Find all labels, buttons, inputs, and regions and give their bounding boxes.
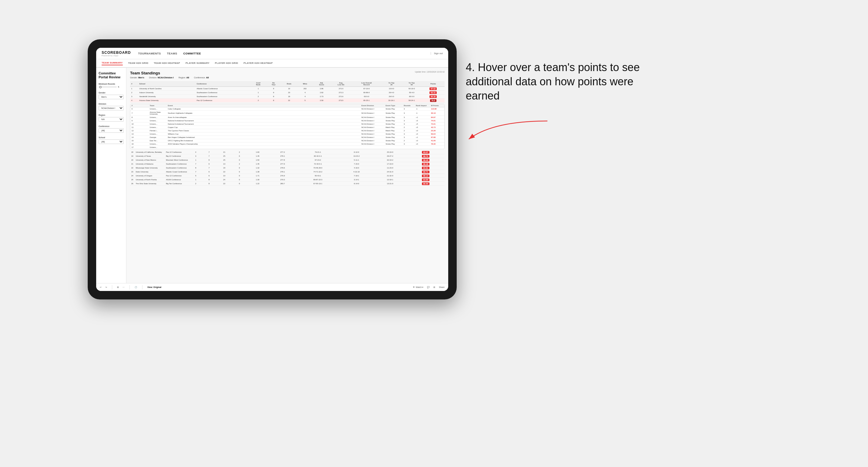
min-rounds-label: Minimum Rounds (99, 83, 124, 85)
annotation-arrow (463, 97, 554, 157)
tooltip-row: 13 Univers... Williams Cup NCAA Division… (130, 132, 444, 136)
tooltip-row: 17 Univers... (130, 146, 444, 149)
top-nav: SCOREBOARD Powered by clippi TOURNAMENTS… (96, 48, 448, 59)
subnav-player-summary[interactable]: PLAYER SUMMARY (185, 62, 209, 65)
col-rnds: Rnds (281, 81, 297, 87)
standings-table: # School Conference ConfRank NoTour Rnds… (130, 81, 444, 102)
col-adj-score: Adj.Score (313, 81, 331, 87)
table-row: 3 Vanderbilt University Southeastern Con… (130, 95, 444, 99)
bottom-toolbar: ↩ ↪ ⊞ ⋯ 🕐 View: Original 👁 Watch ▾ 💬 ⊞ S… (96, 283, 448, 291)
tooltip-row: 10 Univers... National Invitational Tour… (130, 123, 444, 126)
region-select[interactable]: N/A All (99, 117, 124, 122)
col-conference: Conference (195, 81, 250, 87)
sidebar-portal-section: CommitteePortal Review (99, 71, 124, 79)
sub-nav: TEAM SUMMARY TEAM H2H GRID TEAM H2H HEAT… (96, 59, 448, 68)
adj-score-cell: 2.86 (313, 87, 331, 91)
sidebar-region: Region N/A All (99, 114, 124, 122)
grid-button[interactable]: ⊞ (433, 286, 435, 288)
update-time: Update time: 13/03/2024 10:03:42 (415, 71, 444, 73)
toolbar-divider-3 (142, 285, 143, 289)
min-rounds-slider[interactable] (99, 87, 117, 87)
rank-cell: 1 (130, 87, 138, 91)
lower-standings-table: 18 University of California, Berkeley Pa… (130, 150, 444, 186)
table-row: 26 The Ohio State University Big Ten Con… (130, 182, 444, 186)
tooltip-row: 9 Univers... National Invitational Tourn… (130, 119, 444, 123)
standings-header-left: Team Standings Gender: Men's Division: N… (130, 71, 209, 79)
col-conf-rank: ConfRank (250, 81, 266, 87)
subnav-team-h2h-heatmap[interactable]: TEAM H2H HEATMAP (154, 62, 180, 65)
comment-button[interactable]: 💬 (427, 286, 430, 288)
tooltip-row: 16 Univers... 2023 Sahalee Players Champ… (130, 143, 444, 146)
col-vs-top50: Vs Top50 (402, 81, 422, 87)
nav-links: TOURNAMENTS TEAMS COMMITTEE (138, 52, 431, 55)
copy-button[interactable]: ⊞ (117, 286, 119, 288)
logo-title: SCOREBOARD (102, 51, 131, 55)
col-avg-low-sg: Avg.Low SG (330, 81, 352, 87)
share-button[interactable]: Share (439, 286, 444, 288)
conf-cell: Atlantic Coast Conference (195, 87, 250, 91)
nav-tournaments[interactable]: TOURNAMENTS (138, 52, 161, 55)
sidebar-conference: Conference (All) ACC (99, 125, 124, 133)
clock-icon: 🕐 (134, 286, 137, 288)
wins-cell: 262 (297, 87, 313, 91)
no-tour-cell: 9 (266, 87, 281, 91)
tablet-frame: SCOREBOARD Powered by clippi TOURNAMENTS… (88, 39, 457, 300)
tooltip-section: # Team Event Event Division Event Type R… (130, 104, 444, 149)
toolbar-divider-2 (129, 285, 130, 289)
conf-rank-cell: 1 (250, 87, 266, 91)
col-vs-top25: Vs Top25 (381, 81, 402, 87)
sidebar-gender: Gender Men's Women's (99, 92, 124, 99)
redo-button[interactable]: ↪ (105, 286, 107, 288)
subnav-player-h2h-grid[interactable]: PLAYER H2H GRID (215, 62, 238, 65)
nav-committee[interactable]: COMMITTEE (183, 52, 201, 55)
main-content: CommitteePortal Review Minimum Rounds 5 … (96, 68, 448, 283)
watch-button[interactable]: 👁 Watch ▾ (413, 286, 424, 288)
tooltip-header: # Team Event Event Division Event Type R… (130, 104, 444, 107)
rnds-cell: 10 (281, 87, 297, 91)
subnav-team-summary[interactable]: TEAM SUMMARY (102, 61, 123, 65)
sidebar-portal-title: CommitteePortal Review (99, 71, 124, 79)
tooltip-row: 12 Florida I... The Cypress Point Classi… (130, 129, 444, 132)
tooltip-row: 15 East Ter... OFCC Fighting Illini Invi… (130, 139, 444, 143)
slider-row: 5 (99, 86, 124, 88)
vs25-cell: 13-9-0 (381, 87, 402, 91)
tooltip-row: 14 Georgia Ben Hogan Collegiate Invitati… (130, 136, 444, 139)
col-points: Points (422, 81, 444, 87)
points-cell[interactable]: 97.02 (422, 87, 444, 91)
col-wins: Wins (297, 81, 313, 87)
table-row: 1 University of North Carolina Atlantic … (130, 87, 444, 91)
subnav-team-h2h-grid[interactable]: TEAM H2H GRID (128, 62, 149, 65)
view-original-button[interactable]: View: Original (147, 286, 161, 288)
annotation-area: 4. Hover over a team's points to see add… (466, 61, 647, 103)
conference-filter: Conference: All (194, 76, 209, 79)
slider-value: 5 (118, 86, 119, 88)
content-header: Team Standings Gender: Men's Division: N… (130, 71, 444, 79)
tooltip-row: 11 Univers... Copper Cup NCAA Division I… (130, 126, 444, 129)
table-row: 25 University of North Florida ASUN Conf… (130, 178, 444, 182)
division-filter: Division: NCAA Division I (149, 76, 174, 79)
undo-button[interactable]: ↩ (100, 286, 102, 288)
subnav-player-h2h-heatmap[interactable]: PLAYER H2H HEATMAP (244, 62, 273, 65)
region-label: Region (99, 114, 124, 116)
options-button[interactable]: ⋯ (123, 286, 125, 288)
nav-teams[interactable]: TEAMS (167, 52, 177, 55)
gender-select[interactable]: Men's Women's (99, 95, 124, 99)
table-row: 19 University of Texas Big 12 Conference… (130, 154, 444, 158)
col-no-tour: NoTour (266, 81, 281, 87)
conference-select[interactable]: (All) ACC (99, 128, 124, 133)
school-select[interactable]: (All) (99, 139, 124, 144)
sidebar-min-rounds: Minimum Rounds 5 (99, 83, 124, 88)
division-select[interactable]: NCAA Division I NCAA Division II (99, 106, 124, 111)
sidebar-division: Division NCAA Division I NCAA Division I… (99, 103, 124, 111)
table-row-highlighted: 4 Arizona State University Pac-12 Confer… (130, 99, 444, 102)
table-row: 18 University of California, Berkeley Pa… (130, 150, 444, 154)
gender-label: Gender (99, 92, 124, 94)
sign-out-button[interactable]: Sign out (431, 52, 443, 55)
table-row: 20 University of New Mexico Mountain Wes… (130, 158, 444, 162)
school-cell: University of North Carolina (138, 87, 195, 91)
logo-area: SCOREBOARD Powered by clippi (102, 51, 131, 57)
table-row: 21 University of Alabama Southeastern Co… (130, 162, 444, 166)
col-school: School (138, 81, 195, 87)
col-rank: # (130, 81, 138, 87)
table-header-row: # School Conference ConfRank NoTour Rnds… (130, 81, 444, 87)
